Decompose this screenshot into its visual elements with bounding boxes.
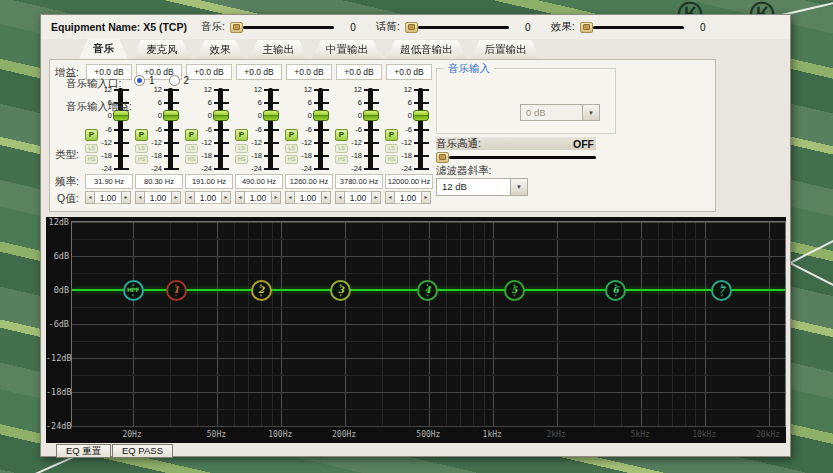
band-gain-value[interactable]: +0.0 dB — [336, 64, 382, 80]
band-freq-value[interactable]: 1260.00 Hz — [285, 174, 333, 189]
radio-label: 1 — [149, 75, 155, 86]
marker-up-arrow: ▲ — [607, 283, 624, 287]
volume-slider[interactable] — [405, 22, 509, 33]
scale-tick-label: -24 — [393, 164, 412, 173]
band-q-control: ◄1.00► — [235, 191, 283, 204]
eq-marker-1[interactable]: ▲1▼ — [166, 280, 187, 301]
eq-marker-4[interactable]: ▲4▼ — [417, 280, 438, 301]
q-decrease-button[interactable]: ◄ — [285, 191, 295, 204]
q-value[interactable]: 1.00 — [395, 191, 421, 204]
band-freq-value[interactable]: 490.00 Hz — [235, 174, 283, 189]
band-q-control: ◄1.00► — [335, 191, 383, 204]
volume-slider[interactable] — [230, 22, 334, 33]
slider-value: 0 — [509, 22, 547, 33]
slider-handle[interactable] — [436, 152, 449, 163]
tab-subwoofer-output[interactable]: 超低音输出 — [386, 40, 467, 59]
scale-tick-label: 0 — [293, 111, 312, 120]
q-increase-button[interactable]: ► — [321, 191, 331, 204]
filter-slope-dropdown[interactable]: 12 dB ▼ — [436, 178, 528, 196]
q-value[interactable]: 1.00 — [245, 191, 271, 204]
x-axis-label: 10kHz — [684, 430, 724, 439]
band-slider-handle[interactable] — [313, 110, 329, 121]
slider-handle[interactable] — [405, 22, 418, 33]
y-axis-label: 12dB — [46, 217, 69, 227]
marker-down-arrow: ▼ — [168, 294, 185, 298]
highpass-label: 音乐高通: — [436, 137, 573, 151]
chevron-down-icon[interactable]: ▼ — [510, 179, 527, 195]
q-value[interactable]: 1.00 — [345, 191, 371, 204]
eq-marker-7[interactable]: ▲7▼ — [711, 280, 732, 301]
band-freq-value[interactable]: 80.30 Hz — [135, 174, 183, 189]
band-gain-value[interactable]: +0.0 dB — [386, 64, 432, 80]
volume-slider[interactable] — [580, 22, 684, 33]
slider-handle[interactable] — [580, 22, 593, 33]
q-increase-button[interactable]: ► — [171, 191, 181, 204]
q-increase-button[interactable]: ► — [221, 191, 231, 204]
app-window: Equipment Name: X5 (TCP) 音乐:0话筒:0效果:0 音乐… — [40, 14, 791, 457]
scale-tick-label: 12 — [293, 85, 312, 94]
band-gain-value[interactable]: +0.0 dB — [286, 64, 332, 80]
band-q-control: ◄1.00► — [285, 191, 333, 204]
music-input-port-label: 音乐输入口: — [66, 77, 121, 91]
scale-tick-label: 6 — [193, 98, 212, 107]
q-increase-button[interactable]: ► — [271, 191, 281, 204]
grid-hline — [72, 358, 785, 359]
q-decrease-button[interactable]: ◄ — [385, 191, 395, 204]
eq-marker-2[interactable]: ▲2▼ — [251, 280, 272, 301]
slider-track — [418, 26, 509, 29]
band-slider-handle[interactable] — [263, 110, 279, 121]
scale-tick-label: -12 — [393, 138, 412, 147]
music-tab-page: 增益: 类型: 频率: Q值: +0.0 dBPLSHS1260-6-12-18… — [49, 59, 716, 212]
slider-handle[interactable] — [230, 22, 243, 33]
scale-tick-label: 12 — [193, 85, 212, 94]
port-radio-2[interactable]: 2 — [169, 75, 190, 86]
eq-marker-6[interactable]: ▲6▼ — [605, 280, 626, 301]
eq-marker-5[interactable]: ▲5▼ — [504, 280, 525, 301]
band-freq-value[interactable]: 31.90 Hz — [85, 174, 133, 189]
eq-marker-hpf[interactable]: ▲HPF▼ — [123, 280, 144, 301]
band-freq-value[interactable]: 3780.00 Hz — [335, 174, 383, 189]
q-decrease-button[interactable]: ◄ — [135, 191, 145, 204]
band-slider-handle[interactable] — [163, 110, 179, 121]
tab-music[interactable]: 音乐 — [79, 38, 128, 59]
tab-mic[interactable]: 麦克风 — [132, 40, 192, 59]
band-slider-handle[interactable] — [363, 110, 379, 121]
eq-reset-button[interactable]: EQ 重置 — [56, 444, 111, 458]
tab-center-output[interactable]: 中置输出 — [312, 40, 382, 59]
tab-effect[interactable]: 效果 — [196, 40, 245, 59]
eq-pass-button[interactable]: EQ PASS — [112, 444, 173, 458]
scale-tick-label: -6 — [393, 125, 412, 134]
scale-tick-label: -24 — [143, 164, 162, 173]
eq-marker-3[interactable]: ▲3▼ — [330, 280, 351, 301]
tab-rear-output[interactable]: 后置输出 — [471, 40, 541, 59]
q-value[interactable]: 1.00 — [145, 191, 171, 204]
port-radio-1[interactable]: 1 — [134, 75, 155, 86]
q-increase-button[interactable]: ► — [121, 191, 131, 204]
eq-plot-area[interactable]: ▲HPF▼▲1▼▲2▼▲3▼▲4▼▲5▼▲6▼▲7▼ — [71, 221, 786, 427]
q-value[interactable]: 1.00 — [195, 191, 221, 204]
band-slider-handle[interactable] — [213, 110, 229, 121]
q-decrease-button[interactable]: ◄ — [335, 191, 345, 204]
tab-main-output[interactable]: 主输出 — [249, 40, 309, 59]
q-decrease-button[interactable]: ◄ — [185, 191, 195, 204]
chevron-down-icon[interactable]: ▼ — [582, 105, 599, 120]
top-slider-group-2: 效果:0 — [551, 20, 722, 34]
band-freq-value[interactable]: 191.00 Hz — [185, 174, 233, 189]
scale-tick-label: -12 — [143, 138, 162, 147]
band-slider-handle[interactable] — [413, 110, 429, 121]
scale-tick-label: -12 — [93, 138, 112, 147]
highpass-slider[interactable] — [436, 151, 596, 163]
q-value[interactable]: 1.00 — [295, 191, 321, 204]
slider-handle-dot — [233, 24, 240, 30]
scale-tick-label: 6 — [243, 98, 262, 107]
slider-track — [593, 26, 684, 29]
q-increase-button[interactable]: ► — [371, 191, 381, 204]
q-decrease-button[interactable]: ◄ — [235, 191, 245, 204]
music-input-gain-dropdown[interactable]: 0 dB ▼ — [520, 104, 600, 121]
q-value[interactable]: 1.00 — [95, 191, 121, 204]
title-bar: Equipment Name: X5 (TCP) 音乐:0话筒:0效果:0 — [41, 15, 790, 39]
band-freq-value[interactable]: 12000.00 Hz — [385, 174, 433, 189]
q-decrease-button[interactable]: ◄ — [85, 191, 95, 204]
band-gain-value[interactable]: +0.0 dB — [236, 64, 282, 80]
q-increase-button[interactable]: ► — [421, 191, 431, 204]
